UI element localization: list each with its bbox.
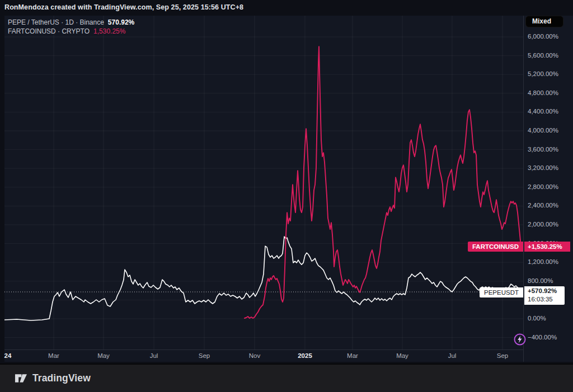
pepe-axis-value-box: +570.92% 16:03:35 [524,286,565,305]
price-axis-label: −400.00% [528,334,557,341]
price-axis-label: 6,000.00% [528,33,558,40]
tradingview-snapshot: RonMendoza created with TradingView.com,… [0,0,573,392]
price-axis-label: 1,200.00% [528,258,558,265]
price-axis-label: 0.00% [528,315,546,322]
fartcoin-axis-value: +1,530.25% [524,242,570,252]
time-axis-label: Mar [347,352,358,359]
price-axis-label: 2,400.00% [528,202,558,209]
time-axis-label: Sep [199,352,210,359]
legend-value-fartcoin: 1,530.25% [93,27,125,35]
price-axis-label: 5,600.00% [528,52,558,59]
price-axis[interactable]: −400.00%0.00%800.00%1,200.00%1,600.00%2,… [523,16,573,362]
price-axis-label: 800.00% [528,277,553,284]
boost-flash-icon[interactable] [513,333,527,346]
tradingview-logo-icon [15,372,27,385]
time-axis-label: Nov [249,352,260,359]
pepe-axis-time: 16:03:35 [528,295,565,304]
time-axis-label: Mar [48,352,59,359]
attribution-text: RonMendoza created with TradingView.com,… [4,3,243,11]
price-axis-label: 4,000.00% [528,127,558,134]
time-axis[interactable]: 24MarMayJulSepNov2025MarMayJulSep [4,350,523,362]
time-axis-label: May [97,352,110,359]
time-axis-label: 24 [4,352,12,359]
time-axis-label: May [396,352,408,359]
time-axis-label: Jul [448,352,457,359]
price-axis-label: 4,800.00% [528,89,558,96]
time-axis-label: 2025 [298,352,312,359]
price-axis-label: 2,000.00% [528,221,558,228]
legend-row-pepe[interactable]: PEPE / TetherUS · 1D · Binance570.92% [8,18,134,27]
mixed-scale-button[interactable]: Mixed [525,16,563,27]
price-axis-label: 3,200.00% [528,164,558,171]
pepe-axis-value: +570.92% [528,287,565,295]
chart-pane[interactable]: PEPE / TetherUS · 1D · Binance570.92% FA… [4,16,523,350]
legend-symbol-pepe: PEPE / TetherUS · 1D · Binance [8,18,104,26]
pepe-price-tag: PEPEUSDT [480,287,523,297]
price-axis-label: 5,200.00% [528,70,558,77]
series-line-pepeusdt [4,237,522,320]
legend-value-pepe: 570.92% [108,18,134,26]
fartcoin-price-tag: FARTCOINUSD [468,242,523,252]
time-axis-label: Jul [150,352,158,359]
time-axis-label: Sep [497,352,508,359]
legend-symbol-fartcoin: FARTCOINUSD · CRYPTO [8,27,90,35]
footer-bar: TradingView [0,363,573,392]
price-axis-label: 3,600.00% [528,146,558,153]
chart-legend: PEPE / TetherUS · 1D · Binance570.92% FA… [8,18,134,36]
tradingview-logo-text: TradingView [32,372,91,384]
series-line-fartcoinusd [245,46,521,318]
tradingview-logo[interactable]: TradingView [15,372,91,385]
legend-row-fartcoin[interactable]: FARTCOINUSD · CRYPTO1,530.25% [8,27,134,36]
chart-plot [4,16,523,350]
price-axis-label: 4,400.00% [528,108,558,115]
price-axis-label: 2,800.00% [528,183,558,190]
